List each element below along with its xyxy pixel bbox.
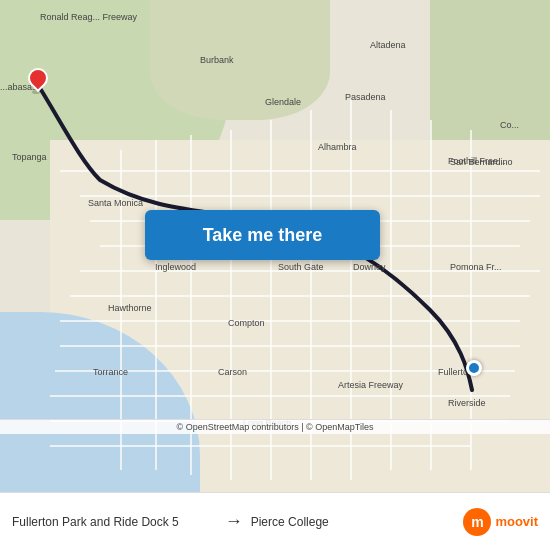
street-h-6 bbox=[70, 295, 530, 297]
street-h-8 bbox=[60, 345, 520, 347]
hills-right bbox=[430, 0, 550, 140]
destination-pin bbox=[466, 360, 482, 376]
moovit-text: moovit bbox=[495, 514, 538, 529]
map-container: Ronald Reag... Freeway Burbank Altadena … bbox=[0, 0, 550, 492]
moovit-icon-letter: m bbox=[471, 514, 483, 530]
route-from: Fullerton Park and Ride Dock 5 bbox=[12, 515, 217, 529]
route-arrow: → bbox=[225, 511, 243, 532]
hills-center bbox=[150, 0, 330, 120]
label-altadena: Altadena bbox=[370, 40, 406, 50]
origin-pin-head bbox=[24, 64, 52, 92]
street-h-9 bbox=[55, 370, 515, 372]
street-h-10 bbox=[50, 395, 510, 397]
street-v-8 bbox=[390, 110, 392, 470]
app: Ronald Reag... Freeway Burbank Altadena … bbox=[0, 0, 550, 550]
street-h-1 bbox=[60, 170, 540, 172]
moovit-icon: m bbox=[463, 508, 491, 536]
map-attribution: © OpenStreetMap contributors | © OpenMap… bbox=[0, 419, 550, 434]
take-me-there-button[interactable]: Take me there bbox=[145, 210, 380, 260]
route-to: Pierce College bbox=[251, 515, 456, 529]
bottom-bar: Fullerton Park and Ride Dock 5 → Pierce … bbox=[0, 492, 550, 550]
street-v-9 bbox=[430, 120, 432, 470]
destination-dot bbox=[466, 360, 482, 376]
street-h-12 bbox=[50, 445, 470, 447]
street-h-7 bbox=[60, 320, 520, 322]
origin-pin bbox=[28, 68, 48, 96]
moovit-logo: m moovit bbox=[463, 508, 538, 536]
